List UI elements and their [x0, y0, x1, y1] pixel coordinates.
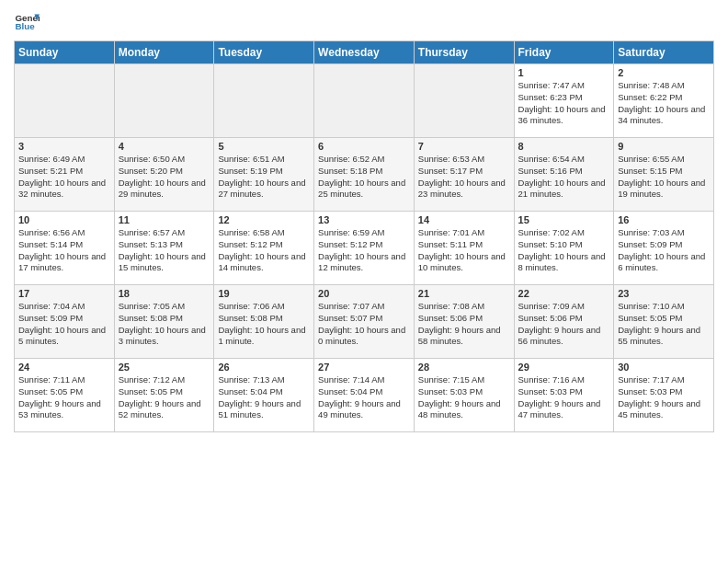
day-of-week-header: Saturday	[614, 41, 714, 64]
day-number: 12	[218, 214, 310, 225]
day-number: 19	[218, 288, 310, 299]
day-info: Sunrise: 7:09 AM Sunset: 5:06 PM Dayligh…	[518, 301, 610, 348]
day-info: Sunrise: 7:16 AM Sunset: 5:03 PM Dayligh…	[518, 374, 610, 421]
day-info: Sunrise: 6:51 AM Sunset: 5:19 PM Dayligh…	[218, 154, 310, 201]
day-info: Sunrise: 7:07 AM Sunset: 5:07 PM Dayligh…	[318, 301, 410, 348]
calendar-day-cell: 29Sunrise: 7:16 AM Sunset: 5:03 PM Dayli…	[514, 359, 614, 432]
day-info: Sunrise: 6:57 AM Sunset: 5:13 PM Dayligh…	[119, 227, 210, 274]
day-number: 1	[518, 67, 610, 78]
day-info: Sunrise: 7:03 AM Sunset: 5:09 PM Dayligh…	[618, 227, 710, 274]
calendar-day-cell: 11Sunrise: 6:57 AM Sunset: 5:13 PM Dayli…	[114, 212, 214, 285]
calendar-day-cell: 5Sunrise: 6:51 AM Sunset: 5:19 PM Daylig…	[214, 138, 314, 212]
day-number: 30	[618, 362, 710, 373]
calendar-day-cell	[314, 64, 415, 138]
day-of-week-header: Tuesday	[214, 41, 314, 64]
calendar-day-cell: 2Sunrise: 7:48 AM Sunset: 6:22 PM Daylig…	[614, 64, 714, 138]
day-number: 25	[119, 362, 210, 373]
day-number: 15	[518, 214, 610, 225]
calendar-day-cell: 20Sunrise: 7:07 AM Sunset: 5:07 PM Dayli…	[314, 285, 415, 359]
day-info: Sunrise: 7:12 AM Sunset: 5:05 PM Dayligh…	[119, 374, 210, 421]
calendar-day-cell: 27Sunrise: 7:14 AM Sunset: 5:04 PM Dayli…	[314, 359, 415, 432]
calendar-table: SundayMondayTuesdayWednesdayThursdayFrid…	[14, 40, 714, 432]
day-number: 13	[318, 214, 410, 225]
calendar-week-row: 3Sunrise: 6:49 AM Sunset: 5:21 PM Daylig…	[15, 138, 714, 212]
svg-text:Blue: Blue	[15, 21, 35, 31]
day-info: Sunrise: 7:04 AM Sunset: 5:09 PM Dayligh…	[18, 301, 110, 348]
calendar-day-cell: 17Sunrise: 7:04 AM Sunset: 5:09 PM Dayli…	[15, 285, 115, 359]
calendar-day-cell: 9Sunrise: 6:55 AM Sunset: 5:15 PM Daylig…	[614, 138, 714, 212]
day-number: 21	[418, 288, 510, 299]
day-info: Sunrise: 7:11 AM Sunset: 5:05 PM Dayligh…	[18, 374, 110, 421]
calendar-day-cell: 26Sunrise: 7:13 AM Sunset: 5:04 PM Dayli…	[214, 359, 314, 432]
day-number: 29	[518, 362, 610, 373]
day-info: Sunrise: 6:49 AM Sunset: 5:21 PM Dayligh…	[18, 154, 110, 201]
calendar-day-cell: 30Sunrise: 7:17 AM Sunset: 5:03 PM Dayli…	[614, 359, 714, 432]
calendar-week-row: 24Sunrise: 7:11 AM Sunset: 5:05 PM Dayli…	[15, 359, 714, 432]
calendar-day-cell: 16Sunrise: 7:03 AM Sunset: 5:09 PM Dayli…	[614, 212, 714, 285]
day-info: Sunrise: 7:13 AM Sunset: 5:04 PM Dayligh…	[218, 374, 310, 421]
day-info: Sunrise: 6:56 AM Sunset: 5:14 PM Dayligh…	[18, 227, 110, 274]
day-info: Sunrise: 7:48 AM Sunset: 6:22 PM Dayligh…	[618, 80, 710, 127]
calendar-day-cell	[114, 64, 214, 138]
day-number: 2	[618, 67, 710, 78]
day-info: Sunrise: 7:14 AM Sunset: 5:04 PM Dayligh…	[318, 374, 410, 421]
day-number: 7	[418, 141, 510, 152]
day-number: 5	[218, 141, 310, 152]
calendar-day-cell	[15, 64, 115, 138]
day-number: 9	[618, 141, 710, 152]
day-info: Sunrise: 6:59 AM Sunset: 5:12 PM Dayligh…	[318, 227, 410, 274]
logo: General Blue	[14, 9, 43, 35]
day-of-week-header: Thursday	[414, 41, 514, 64]
calendar-day-cell: 12Sunrise: 6:58 AM Sunset: 5:12 PM Dayli…	[214, 212, 314, 285]
calendar-day-cell	[414, 64, 514, 138]
calendar-day-cell: 25Sunrise: 7:12 AM Sunset: 5:05 PM Dayli…	[114, 359, 214, 432]
day-number: 27	[318, 362, 410, 373]
day-number: 4	[119, 141, 210, 152]
day-info: Sunrise: 6:52 AM Sunset: 5:18 PM Dayligh…	[318, 154, 410, 201]
page-header: General Blue	[14, 9, 714, 35]
day-info: Sunrise: 7:01 AM Sunset: 5:11 PM Dayligh…	[418, 227, 510, 274]
calendar-day-cell: 18Sunrise: 7:05 AM Sunset: 5:08 PM Dayli…	[114, 285, 214, 359]
day-of-week-header: Sunday	[15, 41, 115, 64]
calendar-day-cell: 4Sunrise: 6:50 AM Sunset: 5:20 PM Daylig…	[114, 138, 214, 212]
calendar-day-cell: 6Sunrise: 6:52 AM Sunset: 5:18 PM Daylig…	[314, 138, 415, 212]
day-info: Sunrise: 6:54 AM Sunset: 5:16 PM Dayligh…	[518, 154, 610, 201]
day-info: Sunrise: 7:47 AM Sunset: 6:23 PM Dayligh…	[518, 80, 610, 127]
day-of-week-header: Friday	[514, 41, 614, 64]
day-info: Sunrise: 7:05 AM Sunset: 5:08 PM Dayligh…	[119, 301, 210, 348]
calendar-day-cell: 14Sunrise: 7:01 AM Sunset: 5:11 PM Dayli…	[414, 212, 514, 285]
day-number: 22	[518, 288, 610, 299]
day-info: Sunrise: 7:06 AM Sunset: 5:08 PM Dayligh…	[218, 301, 310, 348]
day-number: 14	[418, 214, 510, 225]
day-info: Sunrise: 6:58 AM Sunset: 5:12 PM Dayligh…	[218, 227, 310, 274]
day-info: Sunrise: 7:08 AM Sunset: 5:06 PM Dayligh…	[418, 301, 510, 348]
day-number: 10	[18, 214, 110, 225]
calendar-header-row: SundayMondayTuesdayWednesdayThursdayFrid…	[15, 41, 714, 64]
day-number: 26	[218, 362, 310, 373]
day-info: Sunrise: 6:53 AM Sunset: 5:17 PM Dayligh…	[418, 154, 510, 201]
calendar-day-cell: 3Sunrise: 6:49 AM Sunset: 5:21 PM Daylig…	[15, 138, 115, 212]
calendar-week-row: 1Sunrise: 7:47 AM Sunset: 6:23 PM Daylig…	[15, 64, 714, 138]
day-of-week-header: Wednesday	[314, 41, 415, 64]
day-number: 11	[119, 214, 210, 225]
calendar-day-cell: 19Sunrise: 7:06 AM Sunset: 5:08 PM Dayli…	[214, 285, 314, 359]
day-number: 18	[119, 288, 210, 299]
day-number: 16	[618, 214, 710, 225]
day-info: Sunrise: 7:17 AM Sunset: 5:03 PM Dayligh…	[618, 374, 710, 421]
day-of-week-header: Monday	[114, 41, 214, 64]
calendar-week-row: 10Sunrise: 6:56 AM Sunset: 5:14 PM Dayli…	[15, 212, 714, 285]
calendar-day-cell: 8Sunrise: 6:54 AM Sunset: 5:16 PM Daylig…	[514, 138, 614, 212]
day-number: 6	[318, 141, 410, 152]
calendar-day-cell: 10Sunrise: 6:56 AM Sunset: 5:14 PM Dayli…	[15, 212, 115, 285]
calendar-day-cell: 15Sunrise: 7:02 AM Sunset: 5:10 PM Dayli…	[514, 212, 614, 285]
day-number: 17	[18, 288, 110, 299]
day-number: 8	[518, 141, 610, 152]
calendar-day-cell: 23Sunrise: 7:10 AM Sunset: 5:05 PM Dayli…	[614, 285, 714, 359]
calendar-day-cell: 7Sunrise: 6:53 AM Sunset: 5:17 PM Daylig…	[414, 138, 514, 212]
day-info: Sunrise: 7:10 AM Sunset: 5:05 PM Dayligh…	[618, 301, 710, 348]
day-number: 20	[318, 288, 410, 299]
calendar-day-cell: 1Sunrise: 7:47 AM Sunset: 6:23 PM Daylig…	[514, 64, 614, 138]
day-number: 23	[618, 288, 710, 299]
day-info: Sunrise: 6:50 AM Sunset: 5:20 PM Dayligh…	[119, 154, 210, 201]
day-number: 24	[18, 362, 110, 373]
